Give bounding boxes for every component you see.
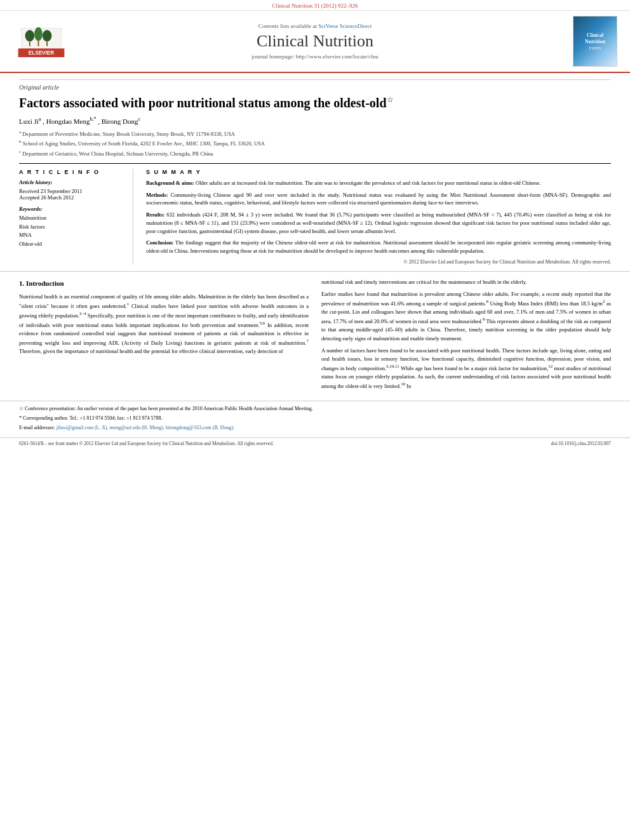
- body-columns: 1. Introduction Nutritional health is an…: [19, 278, 611, 394]
- body-para-2: nutritional risk and timely intervention…: [321, 278, 611, 286]
- info-summary-section: A R T I C L E I N F O Article history: R…: [19, 163, 611, 265]
- doi-text: doi:10.1016/j.clnu.2012.03.007: [551, 441, 611, 446]
- citation-text: Clinical Nutrition 31 (2012) 922–926: [272, 3, 358, 9]
- summary-column: S U M M A R Y Background & aims: Older a…: [146, 169, 611, 265]
- svg-rect-4: [29, 41, 30, 46]
- copyright: © 2012 Elsevier Ltd and European Society…: [146, 259, 611, 265]
- summary-results: Results: 632 individuals (424 F, 208 M, …: [146, 211, 611, 235]
- footnote-email: E-mail addresses: jiluxi@gmail.com (L. J…: [19, 424, 611, 432]
- article-info-heading: A R T I C L E I N F O: [19, 169, 125, 175]
- journal-cover-image: ClinicalNutrition ESPEN: [573, 16, 617, 67]
- journal-citation: Clinical Nutrition 31 (2012) 922–926: [0, 0, 630, 11]
- affiliation-c: Department of Geriatrics, West China Hos…: [22, 150, 213, 156]
- sciverse-link[interactable]: SciVerse ScienceDirect: [318, 23, 372, 29]
- svg-rect-6: [46, 41, 48, 46]
- body-para-1: Nutritional health is an essential compo…: [19, 293, 309, 356]
- history-label: Article history:: [19, 179, 125, 185]
- article-title: Factors associated with poor nutritional…: [19, 95, 611, 111]
- summary-methods: Methods: Community-living Chinese aged 9…: [146, 191, 611, 208]
- journal-info: Contents lists available at SciVerse Sci…: [70, 23, 560, 60]
- body-col-right: nutritional risk and timely intervention…: [321, 278, 611, 394]
- footnote-corresponding: * Corresponding author. Tel.: +1 813 974…: [19, 415, 611, 422]
- footnote-star: ☆ Conference presentation: An earlier ve…: [19, 405, 611, 413]
- keywords-list: MalnutritionRisk factorsMNAOldest-old: [19, 214, 125, 248]
- svg-point-1: [25, 30, 35, 41]
- svg-text:ELSEVIER: ELSEVIER: [29, 50, 55, 56]
- page: Clinical Nutrition 31 (2012) 922–926 ELS…: [0, 0, 630, 840]
- journal-header: ELSEVIER Contents lists available at Sci…: [0, 11, 630, 73]
- body-para-3: Earlier studies have found that malnutri…: [321, 290, 611, 343]
- svg-rect-5: [38, 41, 39, 46]
- sciverse-line: Contents lists available at SciVerse Sci…: [70, 23, 560, 29]
- journal-title: Clinical Nutrition: [70, 32, 560, 51]
- article-content: Original article Factors associated with…: [0, 73, 630, 271]
- main-body: 1. Introduction Nutritional health is an…: [0, 271, 630, 401]
- summary-heading: S U M M A R Y: [146, 169, 611, 175]
- authors: Luxi Jia , Hongdao Mengb,* , Birong Dong…: [19, 116, 611, 125]
- summary-conclusion: Conclusion: The findings suggest that th…: [146, 239, 611, 255]
- bottom-bar: 0261-5614/$ – see front matter © 2012 El…: [0, 437, 630, 449]
- affiliation-a: Department of Preventive Medicine, Stony…: [22, 130, 235, 137]
- journal-homepage: journal homepage: http://www.elsevier.co…: [70, 53, 560, 60]
- summary-background: Background & aims: Older adults are at i…: [146, 179, 611, 187]
- affiliations: a Department of Preventive Medicine, Sto…: [19, 129, 611, 158]
- section1-title: 1. Introduction: [19, 278, 309, 289]
- keywords-label: Keywords:: [19, 206, 125, 212]
- journal-cover-area: ClinicalNutrition ESPEN: [560, 16, 617, 67]
- elsevier-logo: ELSEVIER: [16, 25, 67, 57]
- affiliation-b: School of Aging Studies, University of S…: [23, 140, 265, 147]
- received-date: Received 23 September 2011 Accepted 26 M…: [19, 188, 125, 201]
- body-para-4: A number of factors have been found to b…: [321, 347, 611, 391]
- body-col-left: 1. Introduction Nutritional health is an…: [19, 278, 309, 394]
- sciverse-text: Contents lists available at: [258, 23, 318, 29]
- elsevier-logo-area: ELSEVIER: [13, 25, 70, 57]
- article-type: Original article: [19, 79, 611, 91]
- footnotes: ☆ Conference presentation: An earlier ve…: [0, 401, 630, 437]
- article-info-column: A R T I C L E I N F O Article history: R…: [19, 169, 133, 265]
- issn-text: 0261-5614/$ – see front matter © 2012 El…: [19, 441, 274, 446]
- svg-point-2: [34, 27, 43, 41]
- svg-point-3: [43, 30, 52, 41]
